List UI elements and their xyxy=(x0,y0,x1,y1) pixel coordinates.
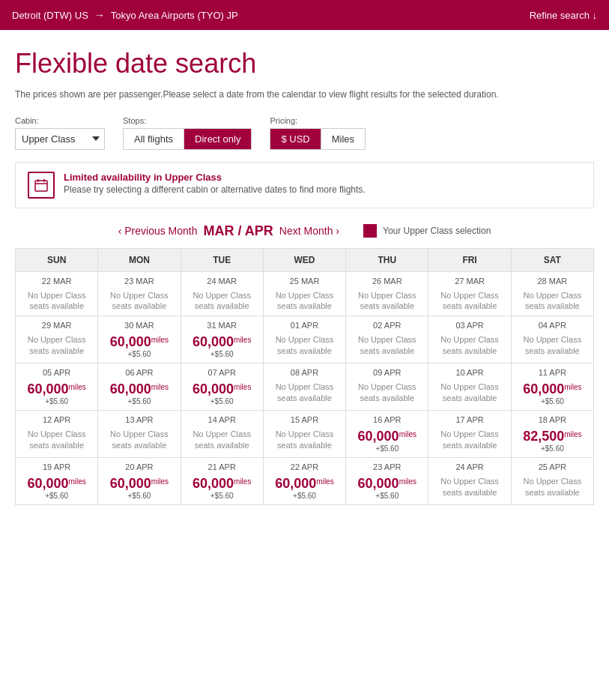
calendar-cell: 14 APRNo Upper Class seats available xyxy=(181,411,263,458)
calendar-header-row: SUN MON TUE WED THU FRI SAT xyxy=(16,248,594,271)
svg-rect-0 xyxy=(35,181,47,191)
calendar-cell[interactable]: 06 APR60,000miles+$5.60 xyxy=(98,363,181,411)
tax-amount: +$5.60 xyxy=(349,444,425,453)
cell-unavailable-label: No Upper Class seats available xyxy=(267,290,342,312)
cell-date-label: 24 MAR xyxy=(184,277,260,286)
cell-unavailable-label: No Upper Class seats available xyxy=(515,334,590,356)
miles-unit: miles xyxy=(234,477,251,486)
calendar-cell[interactable]: 21 APR60,000miles+$5.60 xyxy=(181,458,263,505)
cell-date-label: 02 APR xyxy=(349,321,425,330)
calendar-cell: 27 MARNo Upper Class seats available xyxy=(428,271,511,316)
miles-unit: miles xyxy=(234,383,251,391)
miles-button[interactable]: Miles xyxy=(321,129,365,149)
calendar-week-2: 05 APR60,000miles+$5.6006 APR60,000miles… xyxy=(16,363,594,411)
calendar-cell: 24 APRNo Upper Class seats available xyxy=(428,458,511,505)
calendar-cell[interactable]: 23 APR60,000miles+$5.60 xyxy=(346,458,428,505)
cell-date-label: 08 APR xyxy=(267,368,342,377)
route-arrow: → xyxy=(94,9,105,21)
day-header-sun: SUN xyxy=(16,248,98,271)
cell-price-display[interactable]: 60,000miles+$5.60 xyxy=(184,476,260,500)
cell-date-label: 01 APR xyxy=(267,321,342,330)
calendar-cell[interactable]: 18 APR82,500miles+$5.60 xyxy=(511,411,593,458)
miles-amount: 60,000 xyxy=(523,381,564,396)
cell-price-display[interactable]: 82,500miles+$5.60 xyxy=(515,429,590,453)
main-content: Flexible date search The prices shown ar… xyxy=(0,30,609,700)
all-flights-button[interactable]: All flights xyxy=(124,129,184,149)
miles-amount: 60,000 xyxy=(358,476,399,491)
cell-price-display[interactable]: 60,000miles+$5.60 xyxy=(349,476,425,500)
cell-price-display[interactable]: 60,000miles+$5.60 xyxy=(184,381,260,405)
calendar-cell[interactable]: 22 APR60,000miles+$5.60 xyxy=(263,458,345,505)
calendar-cell: 08 APRNo Upper Class seats available xyxy=(263,363,345,411)
alert-text: Limited availability in Upper Class Plea… xyxy=(64,172,366,195)
calendar-week-3: 12 APRNo Upper Class seats available13 A… xyxy=(16,411,594,458)
cell-price-display[interactable]: 60,000miles+$5.60 xyxy=(101,476,177,500)
tax-amount: +$5.60 xyxy=(184,492,260,500)
cell-date-label: 17 APR xyxy=(431,415,507,424)
next-month-button[interactable]: Next Month › xyxy=(279,225,339,237)
tax-amount: +$5.60 xyxy=(101,397,177,405)
cell-price-display[interactable]: 60,000miles+$5.60 xyxy=(19,381,94,405)
refine-search-button[interactable]: Refine search ↓ xyxy=(530,10,597,21)
tax-amount: +$5.60 xyxy=(101,492,177,500)
cell-unavailable-label: No Upper Class seats available xyxy=(515,476,590,498)
cell-date-label: 30 MAR xyxy=(101,321,177,330)
origin-label: Detroit (DTW) US xyxy=(12,10,88,21)
calendar-cell: 04 APRNo Upper Class seats available xyxy=(511,316,593,363)
legend-label: Your Upper Class selection xyxy=(383,226,491,236)
calendar-cell: 15 APRNo Upper Class seats available xyxy=(263,411,345,458)
calendar-cell[interactable]: 30 MAR60,000miles+$5.60 xyxy=(98,316,181,363)
cell-date-label: 25 MAR xyxy=(267,277,342,286)
calendar-cell[interactable]: 19 APR60,000miles+$5.60 xyxy=(16,458,98,505)
cell-date-label: 16 APR xyxy=(349,415,425,424)
cell-price-display[interactable]: 60,000miles+$5.60 xyxy=(101,334,177,358)
direct-only-button[interactable]: Direct only xyxy=(184,129,251,149)
calendar-cell[interactable]: 07 APR60,000miles+$5.60 xyxy=(181,363,263,411)
pricing-buttons: $ USD Miles xyxy=(270,128,366,150)
cell-date-label: 15 APR xyxy=(267,415,342,424)
miles-amount: 60,000 xyxy=(27,476,68,491)
calendar-cell[interactable]: 31 MAR60,000miles+$5.60 xyxy=(181,316,263,363)
cell-unavailable-label: No Upper Class seats available xyxy=(349,334,425,356)
day-header-mon: MON xyxy=(98,248,181,271)
cell-unavailable-label: No Upper Class seats available xyxy=(349,381,425,403)
cell-price-display[interactable]: 60,000miles+$5.60 xyxy=(19,476,94,500)
calendar-cell[interactable]: 20 APR60,000miles+$5.60 xyxy=(98,458,181,505)
cell-price-display[interactable]: 60,000miles+$5.60 xyxy=(349,429,425,453)
calendar-cell[interactable]: 11 APR60,000miles+$5.60 xyxy=(511,363,593,411)
usd-button[interactable]: $ USD xyxy=(270,129,321,149)
miles-unit: miles xyxy=(399,477,416,486)
calendar-cell[interactable]: 16 APR60,000miles+$5.60 xyxy=(346,411,428,458)
cell-date-label: 27 MAR xyxy=(431,277,507,286)
calendar-cell[interactable]: 05 APR60,000miles+$5.60 xyxy=(16,363,98,411)
pricing-label: Pricing: xyxy=(270,116,366,125)
cell-date-label: 23 APR xyxy=(349,462,425,471)
calendar-cell: 25 MARNo Upper Class seats available xyxy=(263,271,345,316)
cell-price-display[interactable]: 60,000miles+$5.60 xyxy=(515,381,590,405)
calendar-cell: 25 APRNo Upper Class seats available xyxy=(511,458,593,505)
cell-price-display[interactable]: 60,000miles+$5.60 xyxy=(101,381,177,405)
cell-date-label: 12 APR xyxy=(19,415,94,424)
calendar-week-1: 29 MARNo Upper Class seats available30 M… xyxy=(16,316,594,363)
cell-unavailable-label: No Upper Class seats available xyxy=(267,334,342,356)
miles-unit: miles xyxy=(151,336,169,344)
prev-month-button[interactable]: ‹ Previous Month xyxy=(118,225,198,237)
miles-amount: 82,500 xyxy=(523,429,564,444)
cabin-select[interactable]: Upper Class xyxy=(15,128,105,150)
day-header-fri: FRI xyxy=(428,248,511,271)
miles-unit: miles xyxy=(564,383,581,391)
cabin-control-group: Cabin: Upper Class xyxy=(15,116,105,150)
cell-date-label: 07 APR xyxy=(184,368,260,377)
miles-unit: miles xyxy=(234,336,251,344)
cell-price-display[interactable]: 60,000miles+$5.60 xyxy=(184,334,260,358)
cell-unavailable-label: No Upper Class seats available xyxy=(101,290,177,312)
day-header-sat: SAT xyxy=(511,248,593,271)
cell-price-display[interactable]: 60,000miles+$5.60 xyxy=(267,476,342,500)
tax-amount: +$5.60 xyxy=(267,492,342,500)
alert-title: Limited availability in Upper Class xyxy=(64,172,366,183)
tax-amount: +$5.60 xyxy=(19,397,94,405)
legend-color-box xyxy=(363,224,377,238)
miles-unit: miles xyxy=(151,383,169,391)
cell-unavailable-label: No Upper Class seats available xyxy=(101,429,177,450)
cell-date-label: 19 APR xyxy=(19,462,94,471)
